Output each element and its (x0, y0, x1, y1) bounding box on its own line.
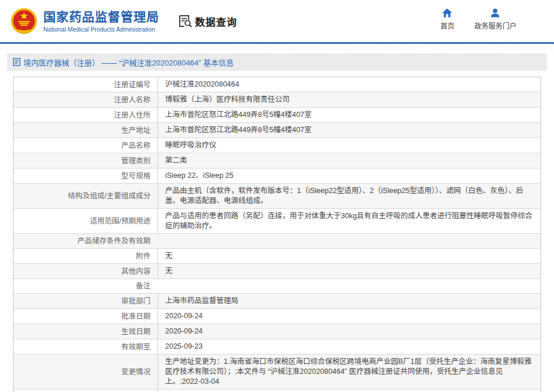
table-row: 产品储存条件及有效期 (13, 233, 541, 248)
row-label: 备注 (136, 281, 151, 291)
home-icon (442, 8, 452, 18)
table-row: 生产地址 上海市普陀区怒江北路449弄8号5幢4楼407室 (13, 122, 541, 137)
row-label: 注册证编号 (114, 80, 151, 90)
nav-home[interactable]: 首页 (440, 8, 454, 30)
row-value: 上海市普陀区怒江北路449弄8号5幢4楼407室 (165, 110, 312, 120)
table-wrapper: 注册证编号 沪械注准20202080464 注册人名称 博毅雅（上海）医疗科技有… (7, 71, 547, 392)
row-value: 生产地址变更为：1.海南省海口市保税区海口综合保税区跨境电商产业园B厂1层（受托… (165, 357, 534, 387)
data-query-nav[interactable]: 数据查询 (178, 14, 237, 29)
row-value: 2020-09-24 (165, 311, 203, 321)
table-row: 注册人住所 上海市普陀区怒江北路449弄8号5幢4楼407室 (13, 107, 541, 122)
row-value: 博毅雅（上海）医疗科技有限责任公司 (165, 95, 290, 105)
row-value: 无 (165, 251, 173, 261)
breadcrumb-text: 境内医疗器械（注册） —— “沪械注准20202080464” 基本信息 (23, 57, 234, 68)
table-row: 产品名称 睡眠呼吸治疗仪 (13, 137, 541, 153)
table-row: 备注 (13, 278, 541, 293)
site-title: 国家药品监督管理局 (43, 9, 159, 24)
table-row: 注 详情 (13, 389, 541, 392)
row-label: 注册人住所 (114, 111, 151, 120)
row-label: 其他内容 (121, 267, 151, 276)
row-label: 生效日期 (121, 327, 151, 336)
doc-icon (13, 58, 20, 66)
data-query-label: 数据查询 (195, 14, 237, 29)
row-label: 产品名称 (121, 141, 151, 150)
table-row: 批准日期 2020-09-24 (13, 308, 541, 324)
table-row: 审批部门 上海市药品监督管理局 (13, 293, 541, 308)
row-label: 注册人名称 (114, 95, 151, 105)
table-row: 注册证编号 沪械注准20202080464 (13, 77, 541, 92)
row-label: 型号规格 (121, 171, 151, 181)
row-value: 上海市药品监督管理局 (165, 296, 238, 306)
nav-home-label: 首页 (440, 20, 454, 30)
row-label: 有效期至 (121, 342, 151, 352)
nav-portal-label: 政务服务门户 (474, 20, 517, 30)
table-row: 适用范围/预期用途 产品与适用的患者回路（另配）连接，用于对体重大于30kg且有… (13, 208, 541, 233)
table-row: 有效期至 2025-09-23 (13, 339, 541, 354)
table-row: 注册人名称 博毅雅（上海）医疗科技有限责任公司 (13, 92, 541, 107)
user-icon (490, 8, 500, 18)
table-row: 结构及组成/主要组成成分 产品由主机（含软件，软件发布版本号：1（iSleep2… (13, 183, 541, 208)
row-value: 2020-09-24 (165, 326, 203, 336)
row-label: 生产地址 (121, 126, 151, 135)
table-row: 型号规格 iSleep 22、iSleep 25 (13, 168, 541, 183)
site-header: 国家药品监督管理局 National Medical Products Admi… (0, 0, 554, 42)
top-nav: 首页 政务服务门户 (440, 8, 517, 30)
row-value: 沪械注准20202080464 (165, 80, 239, 90)
hatch-texture (0, 44, 554, 51)
row-label: 附件 (136, 252, 151, 261)
row-label: 产品储存条件及有效期 (77, 236, 151, 246)
content-panel: 境内医疗器械（注册） —— “沪械注准20202080464” 基本信息 注册证… (7, 53, 547, 392)
row-value: 第二类 (165, 156, 187, 166)
row-value: 上海市普陀区怒江北路449弄8号5幢4楼407室 (165, 125, 312, 135)
national-emblem-logo (11, 8, 37, 35)
table-row: 管理类别 第二类 (13, 153, 541, 168)
brand-block: 国家药品监督管理局 National Medical Products Admi… (43, 9, 159, 32)
row-label: 审批部门 (121, 297, 151, 306)
table-row: 变更情况 生产地址变更为：1.海南省海口市保税区海口综合保税区跨境电商产业园B厂… (13, 354, 541, 389)
row-value: 产品由主机（含软件，软件发布版本号：1（iSleep22型适用）、2（iSlee… (165, 186, 534, 206)
doc-search-icon (178, 15, 193, 28)
row-value: 睡眠呼吸治疗仪 (165, 140, 217, 150)
breadcrumb: 境内医疗器械（注册） —— “沪械注准20202080464” 基本信息 (7, 53, 547, 71)
row-value: 无 (165, 266, 173, 276)
row-label: 变更情况 (121, 367, 151, 377)
row-label: 适用范围/预期用途 (90, 216, 151, 226)
row-label: 结构及组成/主要组成成分 (68, 191, 151, 201)
table-row: 附件 无 (13, 248, 541, 263)
table-row: 其他内容 无 (13, 263, 541, 278)
site-subtitle: National Medical Products Administration (43, 26, 159, 33)
table-row: 生效日期 2020-09-24 (13, 324, 541, 339)
row-value: 2025-09-23 (165, 342, 203, 352)
row-value: iSleep 22、iSleep 25 (165, 171, 234, 181)
info-table: 注册证编号 沪械注准20202080464 注册人名称 博毅雅（上海）医疗科技有… (13, 77, 541, 392)
nav-portal[interactable]: 政务服务门户 (474, 8, 517, 30)
row-label: 批准日期 (121, 312, 151, 321)
row-label: 管理类别 (121, 156, 151, 166)
row-value: 产品与适用的患者回路（另配）连接，用于对体重大于30kg且有自主呼吸的成人患者进… (165, 211, 534, 231)
